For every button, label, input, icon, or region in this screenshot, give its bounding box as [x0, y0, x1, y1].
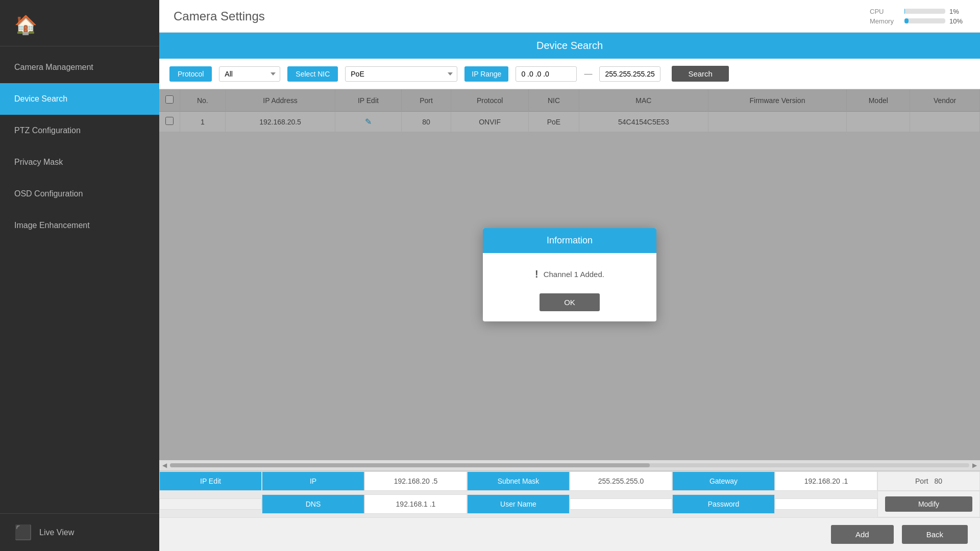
- empty-cell: [159, 498, 262, 510]
- add-button[interactable]: Add: [831, 525, 894, 544]
- nav-menu: Camera Management Device Search PTZ Conf…: [0, 46, 159, 513]
- password-value: [775, 498, 877, 510]
- username-value: [570, 498, 672, 510]
- modal-title: Information: [493, 235, 646, 246]
- sidebar-bottom: ⬛ Live View: [0, 513, 159, 551]
- live-view-icon: ⬛: [14, 524, 32, 541]
- ip-value: 192.168.20 .5: [364, 471, 467, 491]
- port-label-cell: Port 80: [877, 471, 980, 491]
- memory-bar-bg: [904, 18, 945, 23]
- device-search-title: Device Search: [174, 40, 966, 52]
- subnet-mask-label: Subnet Mask: [467, 471, 570, 491]
- scroll-left-arrow[interactable]: ◀: [162, 462, 167, 469]
- modal-header: Information: [483, 228, 656, 253]
- toolbar: Protocol All ONVIF Private Select NIC Po…: [159, 59, 980, 89]
- cpu-bar: [904, 9, 905, 14]
- subnet-mask-value: 255.255.255.0: [570, 471, 672, 491]
- exclamation-icon: !: [535, 268, 538, 280]
- sidebar-item-privacy-mask[interactable]: Privacy Mask: [0, 146, 159, 178]
- ip-info-grid: IP Edit IP 192.168.20 .5 Subnet Mask 255…: [159, 471, 980, 491]
- sidebar: 🏠 Camera Management Device Search PTZ Co…: [0, 0, 159, 551]
- sidebar-item-device-search[interactable]: Device Search: [0, 83, 159, 115]
- memory-label: Memory: [870, 17, 900, 25]
- ip-edit-label: IP Edit: [159, 471, 262, 491]
- memory-value: 10%: [949, 17, 966, 25]
- cpu-bar-bg: [904, 9, 945, 14]
- ip-dash: —: [584, 69, 592, 79]
- dns-label: DNS: [262, 494, 364, 514]
- page-title: Camera Settings: [174, 9, 265, 23]
- cpu-stat-row: CPU 1%: [870, 8, 966, 15]
- modal-message-row: ! Channel 1 Added.: [535, 268, 604, 280]
- port-value: 80: [934, 477, 942, 485]
- protocol-label: Protocol: [169, 66, 212, 82]
- information-modal: Information ! Channel 1 Added. OK: [483, 228, 656, 321]
- protocol-select[interactable]: All ONVIF Private: [219, 66, 280, 82]
- gateway-value: 192.168.20 .1: [775, 471, 877, 491]
- system-stats: CPU 1% Memory 10%: [870, 8, 966, 25]
- dns-value: 192.168.1 .1: [364, 494, 467, 514]
- memory-bar: [904, 18, 909, 23]
- memory-stat-row: Memory 10%: [870, 17, 966, 25]
- back-button[interactable]: Back: [902, 525, 968, 544]
- modify-cell: Modify: [877, 491, 980, 517]
- modal-overlay: Information ! Channel 1 Added. OK: [159, 89, 980, 460]
- ip-range-label: IP Range: [464, 66, 508, 82]
- username-label: User Name: [467, 494, 570, 514]
- sidebar-logo: 🏠: [0, 0, 159, 46]
- sidebar-item-osd-configuration[interactable]: OSD Configuration: [0, 178, 159, 210]
- cpu-label: CPU: [870, 8, 900, 15]
- bottom-bar: IP Edit IP 192.168.20 .5 Subnet Mask 255…: [159, 470, 980, 517]
- search-button[interactable]: Search: [672, 66, 729, 82]
- modify-button[interactable]: Modify: [885, 496, 972, 512]
- select-nic-label: Select NIC: [287, 66, 338, 82]
- cpu-value: 1%: [949, 8, 966, 15]
- nic-select[interactable]: PoE LAN: [345, 66, 457, 82]
- scroll-right-arrow[interactable]: ▶: [972, 462, 977, 469]
- sidebar-item-image-enhancement[interactable]: Image Enhancement: [0, 210, 159, 241]
- ip-end-input[interactable]: [599, 66, 660, 82]
- action-bar: Add Back: [159, 517, 980, 551]
- main-content: Camera Settings CPU 1% Memory 10% Device…: [159, 0, 980, 551]
- port-label: Port: [915, 477, 928, 485]
- modal-body: ! Channel 1 Added. OK: [483, 253, 656, 321]
- scroll-track[interactable]: [170, 463, 969, 467]
- sidebar-item-ptz-configuration[interactable]: PTZ Configuration: [0, 115, 159, 146]
- ip-label: IP: [262, 471, 364, 491]
- sidebar-item-camera-management[interactable]: Camera Management: [0, 52, 159, 83]
- horizontal-scrollbar: ◀ ▶: [159, 460, 980, 470]
- modal-message: Channel 1 Added.: [544, 270, 604, 279]
- scroll-thumb[interactable]: [170, 463, 650, 467]
- modal-ok-button[interactable]: OK: [540, 293, 600, 311]
- live-view-label: Live View: [39, 528, 74, 537]
- header: Camera Settings CPU 1% Memory 10%: [159, 0, 980, 33]
- table-container: No. IP Address IP Edit Port Protocol NIC…: [159, 89, 980, 460]
- password-label: Password: [672, 494, 775, 514]
- home-icon[interactable]: 🏠: [14, 14, 37, 36]
- dns-info-grid: DNS 192.168.1 .1 User Name Password Modi…: [159, 491, 980, 517]
- page-title-bar: Device Search: [159, 33, 980, 59]
- ip-start-input[interactable]: [516, 66, 577, 82]
- gateway-label: Gateway: [672, 471, 775, 491]
